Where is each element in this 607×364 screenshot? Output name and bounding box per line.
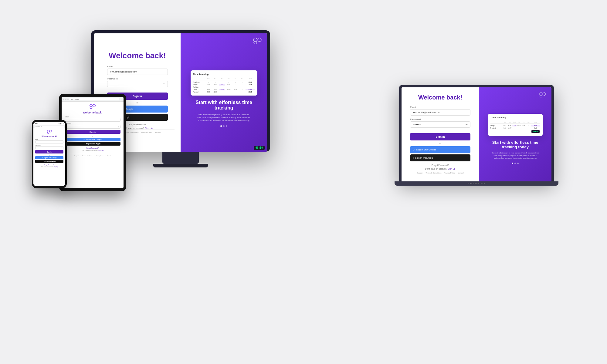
laptop-footer-terms[interactable]: Terms & Conditions (426, 172, 441, 174)
tablet-menu-icon[interactable]: ⋮ (120, 98, 122, 100)
laptop-signup-text[interactable]: Sign Up (448, 168, 456, 170)
tablet-footer-manual[interactable]: Manual (107, 155, 111, 157)
laptop-footer: Support Terms & Conditions Privacy Polic… (410, 170, 470, 175)
tablet-apple-button[interactable]:  Sign In with Apple (65, 142, 120, 146)
laptop-footer-support[interactable]: Support (417, 172, 423, 174)
tablet-email-input[interactable] (65, 118, 120, 122)
tablet-apple-label: Sign In with Apple (86, 143, 100, 145)
phone-status-icons: ▐▐▐ ● ▮ (58, 123, 63, 124)
laptop-logo (539, 92, 546, 99)
monitor-email-value: john.smith@saeloun.com (110, 70, 137, 73)
laptop-brand-label: MacBook Pro (468, 183, 485, 184)
tablet-footer-support[interactable]: Support (74, 155, 79, 157)
table-row: Frontend 9:12 12:07 - - - - 20:25 (490, 127, 540, 129)
tablet-footer-privacy[interactable]: Privacy Policy (96, 155, 103, 157)
phone-apple-label: Sign In with Apple (44, 161, 56, 162)
tablet-url-bar[interactable]: app.mira.so (70, 98, 119, 100)
laptop-email-label: Email (410, 106, 470, 109)
monitor-signup-text[interactable]: Sign Up (145, 127, 153, 129)
phone-apple-button[interactable]:  Sign In with Apple (35, 160, 63, 163)
monitor-stand (162, 152, 199, 164)
phone-signup-link[interactable]: Sign Up (54, 166, 58, 167)
laptop-tt-card: Time tracking Mon Tue Wed Thu Fri Sat To… (488, 114, 543, 136)
laptop-email-input[interactable]: john.smith@saeloun.com (410, 109, 470, 116)
scene: Welcome back! Email john.smith@saeloun.c… (0, 0, 607, 364)
tablet-logo (90, 104, 96, 110)
dot-2 (514, 163, 516, 164)
laptop-forgot[interactable]: Forgot Password? (432, 164, 449, 166)
tablet-password-input[interactable]: 👁 (65, 125, 120, 129)
monitor-tt-header: Mon Tue Wed Thu Fri Sat Total (193, 77, 255, 80)
phone-google-button[interactable]: G Sign In with Google (35, 156, 63, 159)
monitor-email-input[interactable]: john.smith@saeloun.com (107, 69, 168, 75)
tablet-google-button[interactable]: G Sign In with Google (65, 138, 120, 141)
monitor-email-group: Email john.smith@saeloun.com (107, 65, 168, 75)
phone-time: 9:41 (35, 123, 38, 124)
monitor-forgot-link[interactable]: Forgot Password? (129, 123, 146, 126)
laptop-tt-header: Mon Tue Wed Thu Fri Sat Total (490, 121, 540, 124)
laptop-password-input[interactable]: •••••••••• 👁 (410, 121, 470, 128)
laptop-google-icon: G (413, 148, 415, 151)
laptop-apple-button[interactable]:  Sign In with Apple (410, 154, 470, 161)
laptop-signup: Don't have an account? Sign Up (425, 168, 455, 170)
laptop-promo-desc: Get a detailed report of your team's eff… (491, 152, 540, 159)
monitor-password-label: Password (107, 77, 168, 80)
laptop-password-group: Password •••••••••• 👁 (410, 118, 470, 128)
dot-3 (517, 163, 519, 164)
monitor-timer: 00:30 (254, 146, 265, 150)
tablet-signin-label: Sign In (90, 131, 96, 133)
laptop-show-password-icon[interactable]: 👁 (466, 123, 468, 126)
phone-signup: Don't have an account? Sign Up (41, 166, 58, 167)
monitor-footer-manual[interactable]: Manual (155, 131, 161, 133)
signal-icon: ▐▐▐ (58, 123, 61, 124)
phone-status-bar: 9:41 ▐▐▐ ● ▮ (33, 122, 65, 125)
monitor-password-group: Password •••••••••• 👁 (107, 77, 168, 87)
monitor-promo-desc: Get a detailed report of your team's eff… (197, 113, 251, 122)
laptop-welcome-title: Welcome back! (418, 94, 462, 101)
monitor-password-input[interactable]: •••••••••• 👁 (107, 81, 168, 87)
laptop-footer-manual[interactable]: Manual (458, 172, 464, 174)
phone-signin-button[interactable]: Sign In (35, 150, 63, 153)
tablet-browser-bar: app.mira.so ⋮ (62, 97, 124, 102)
laptop-signin-button[interactable]: Sign In (410, 133, 470, 140)
laptop-footer-privacy[interactable]: Privacy Policy (444, 172, 455, 174)
monitor-footer-privacy[interactable]: Privacy Policy (141, 131, 152, 133)
phone-url-bar[interactable]: app.mira.so (35, 126, 64, 128)
show-password-icon[interactable]: 👁 (163, 83, 165, 85)
tablet-signup: Don't have an account? Sign Up (82, 150, 103, 151)
laptop-promo-title: Start with effortless time tracking toda… (485, 140, 545, 149)
monitor-base (153, 164, 208, 167)
tablet-forgot[interactable]: Forgot Password? (86, 147, 99, 149)
monitor-promo-title: Start with effortless time tracking (187, 100, 261, 111)
phone-eye-icon[interactable]: 👁 (61, 147, 63, 149)
phone-welcome: Welcome back! (42, 135, 57, 137)
phone-email-label: Email (35, 139, 63, 140)
monitor-promo-content: Time tracking Mon Tue Wed Thu Fri Sat To… (187, 70, 261, 126)
phone-password-input[interactable]: 👁 (35, 146, 63, 149)
tablet-welcome: Welcome back! (83, 111, 102, 114)
monitor-welcome-title: Welcome back! (109, 51, 166, 60)
tablet-signup-link[interactable]: Sign Up (98, 150, 103, 151)
svg-point-7 (93, 104, 96, 107)
laptop-email-group: Email john.smith@saeloun.com (410, 106, 470, 116)
tablet-email-label: Email (65, 116, 69, 118)
monitor-email-label: Email (107, 65, 168, 68)
phone-or: or (49, 154, 50, 156)
tablet-signin-button[interactable]: Sign In (65, 130, 120, 134)
svg-point-4 (543, 93, 546, 95)
phone-email-input[interactable] (35, 140, 63, 143)
phone-forgot[interactable]: Forgot Password? (44, 164, 54, 166)
phone-login-content: Welcome back! Email Password 👁 Sign In o… (33, 128, 65, 169)
monitor-or-divider: or (136, 102, 138, 104)
separator: • (105, 155, 105, 157)
laptop-promo-panel: Time tracking Mon Tue Wed Thu Fri Sat To… (479, 87, 551, 181)
monitor-dots (220, 125, 227, 127)
tablet-footer-terms[interactable]: Terms & Conditions (82, 155, 93, 157)
monitor-password-value: •••••••••• (110, 83, 118, 85)
tablet-body: app.mira.so ⋮ Welcome back! Email (59, 94, 126, 191)
monitor-signup-link: Don't have an account? Sign Up (122, 127, 152, 129)
laptop-google-button[interactable]: G Sign In with Google (410, 146, 470, 153)
separator: • (94, 155, 94, 157)
monitor-tt-card: Time tracking Mon Tue Wed Thu Fri Sat To… (191, 70, 257, 96)
tablet-eye-icon[interactable]: 👁 (118, 126, 119, 128)
